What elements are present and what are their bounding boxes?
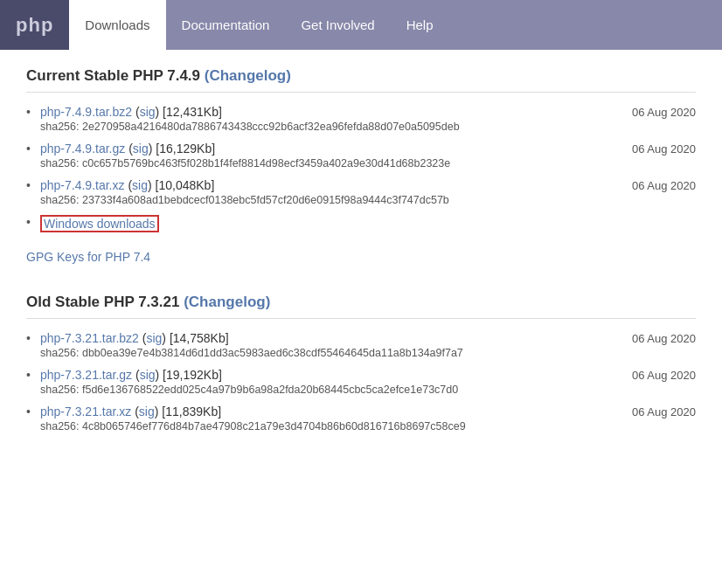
nav-link-help[interactable]: Help <box>391 0 449 50</box>
download-link-gz-7-4-9[interactable]: php-7.4.9.tar.gz <box>40 142 125 156</box>
download-item-xz-7-3-21: php-7.3.21.tar.xz (sig) [11,839Kb] 06 Au… <box>26 405 696 432</box>
download-sig-close-xz: ) <box>148 178 152 192</box>
download-item-xz-7-4-9: php-7.4.9.tar.xz (sig) [10,048Kb] 06 Aug… <box>26 178 696 206</box>
download-list-7-4-9: php-7.4.9.tar.bz2 (sig) [12,431Kb] 06 Au… <box>26 105 696 232</box>
download-left-bz2-7-4-9: php-7.4.9.tar.bz2 (sig) [12,431Kb] <box>40 105 614 119</box>
download-sig-close-gz: ) <box>149 142 153 156</box>
nav-link-get-involved[interactable]: Get Involved <box>285 0 390 50</box>
sha-line-bz2-7-3-21: sha256: dbb0ea39e7e4b3814d6d1dd3ac5983ae… <box>40 347 696 359</box>
download-left-gz-7-3-21: php-7.3.21.tar.gz (sig) [19,192Kb] <box>40 368 614 382</box>
section-heading-7-3-21: Old Stable PHP 7.3.21 (Changelog) <box>26 294 696 319</box>
sha-line-gz-7-3-21: sha256: f5d6e136768522edd025c4a97b9b6a98… <box>40 384 696 396</box>
sig-close-gz-7-3-21: ) <box>156 368 160 382</box>
download-item-gz-7-4-9: php-7.4.9.tar.gz (sig) [16,129Kb] 06 Aug… <box>26 142 696 169</box>
sha-line-bz2-7-4-9: sha256: 2e270958a4216480da7886743438ccc9… <box>40 121 696 133</box>
download-size-bz2-7-3-21: [14,758Kb] <box>170 331 229 345</box>
download-link-xz-7-3-21[interactable]: php-7.3.21.tar.xz <box>40 405 131 419</box>
sig-close-bz2-7-3-21: ) <box>162 331 166 345</box>
download-item-windows-7-4-9: Windows downloads <box>26 215 696 232</box>
gpg-link-7-4[interactable]: GPG Keys for PHP 7.4 <box>26 250 150 264</box>
main-content: Current Stable PHP 7.4.9 (Changelog) php… <box>0 50 722 464</box>
download-date-gz-7-4-9: 06 Aug 2020 <box>632 142 696 156</box>
download-left-windows-7-4-9: Windows downloads <box>40 215 696 232</box>
section-stable-7-4-9: Current Stable PHP 7.4.9 (Changelog) php… <box>26 67 696 285</box>
section-heading-7-4-9: Current Stable PHP 7.4.9 (Changelog) <box>26 67 696 93</box>
sha-line-xz-7-3-21: sha256: 4c8b065746ef776d84b7ae47908c21a7… <box>40 420 696 432</box>
download-link-bz2-7-4-9[interactable]: php-7.4.9.tar.bz2 <box>40 105 132 119</box>
download-size-gz-7-3-21: [19,192Kb] <box>163 368 222 382</box>
nav-link-downloads[interactable]: Downloads <box>69 0 165 50</box>
download-list-7-3-21: php-7.3.21.tar.bz2 (sig) [14,758Kb] 06 A… <box>26 331 696 432</box>
download-size-bz2-7-4-9: [12,431Kb] <box>163 105 222 119</box>
sig-link-xz-7-3-21[interactable]: sig <box>139 405 155 419</box>
nav-links: Downloads Documentation Get Involved Hel… <box>69 0 448 50</box>
download-size-xz-7-4-9: [10,048Kb] <box>156 178 215 192</box>
download-link-gz-7-3-21[interactable]: php-7.3.21.tar.gz <box>40 368 132 382</box>
download-size-gz-7-4-9: [16,129Kb] <box>156 142 215 156</box>
download-date-xz-7-3-21: 06 Aug 2020 <box>632 405 696 419</box>
nav-link-documentation[interactable]: Documentation <box>166 0 286 50</box>
download-close-paren-bz2: ) <box>156 105 160 119</box>
changelog-link-7-3-21[interactable]: (Changelog) <box>184 294 270 310</box>
download-item-bz2-7-3-21: php-7.3.21.tar.bz2 (sig) [14,758Kb] 06 A… <box>26 331 696 359</box>
sha-line-gz-7-4-9: sha256: c0c657b5769bc463f5f028b1f4fef881… <box>40 157 696 169</box>
site-logo: php <box>0 0 69 50</box>
sig-link-bz2-7-4-9[interactable]: sig <box>140 105 156 119</box>
sig-link-gz-7-4-9[interactable]: sig <box>133 142 149 156</box>
download-link-xz-7-4-9[interactable]: php-7.4.9.tar.xz <box>40 178 125 192</box>
download-left-xz-7-3-21: php-7.3.21.tar.xz (sig) [11,839Kb] <box>40 405 614 419</box>
download-size-xz-7-3-21: [11,839Kb] <box>162 405 221 419</box>
download-date-xz-7-4-9: 06 Aug 2020 <box>632 179 696 192</box>
sig-link-xz-7-4-9[interactable]: sig <box>132 178 148 192</box>
download-date-bz2-7-4-9: 06 Aug 2020 <box>632 106 696 119</box>
sig-link-bz2-7-3-21[interactable]: sig <box>146 331 162 345</box>
download-left-bz2-7-3-21: php-7.3.21.tar.bz2 (sig) [14,758Kb] <box>40 331 614 345</box>
changelog-link-7-4-9[interactable]: (Changelog) <box>205 67 291 84</box>
download-date-bz2-7-3-21: 06 Aug 2020 <box>632 332 696 345</box>
windows-downloads-link-7-4-9[interactable]: Windows downloads <box>40 215 159 232</box>
download-date-gz-7-3-21: 06 Aug 2020 <box>632 369 696 382</box>
download-link-bz2-7-3-21[interactable]: php-7.3.21.tar.bz2 <box>40 331 139 345</box>
download-item-bz2-7-4-9: php-7.4.9.tar.bz2 (sig) [12,431Kb] 06 Au… <box>26 105 696 133</box>
section-title-7-3-21: Old Stable PHP 7.3.21 <box>26 294 184 310</box>
download-item-gz-7-3-21: php-7.3.21.tar.gz (sig) [19,192Kb] 06 Au… <box>26 368 696 396</box>
sha-line-xz-7-4-9: sha256: 23733f4a608ad1bebdcecf0138ebc5fd… <box>40 194 696 206</box>
nav-bar: php Downloads Documentation Get Involved… <box>0 0 722 50</box>
section-old-stable-7-3-21: Old Stable PHP 7.3.21 (Changelog) php-7.… <box>26 294 696 432</box>
download-left-xz-7-4-9: php-7.4.9.tar.xz (sig) [10,048Kb] <box>40 178 614 192</box>
section-title-7-4-9: Current Stable PHP 7.4.9 <box>26 67 205 84</box>
download-left-gz-7-4-9: php-7.4.9.tar.gz (sig) [16,129Kb] <box>40 142 614 156</box>
sig-close-xz-7-3-21: ) <box>155 405 159 419</box>
sig-link-gz-7-3-21[interactable]: sig <box>140 368 156 382</box>
